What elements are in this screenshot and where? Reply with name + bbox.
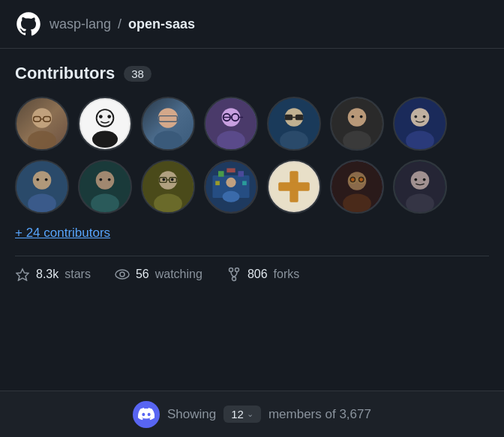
svg-rect-59 [238, 171, 244, 177]
contributor-avatar[interactable] [330, 97, 384, 151]
svg-point-73 [359, 178, 363, 181]
contributors-heading: Contributors 38 [15, 64, 489, 83]
contributor-avatar[interactable] [393, 97, 447, 151]
eye-icon [115, 267, 130, 282]
fork-icon [226, 267, 242, 282]
watching-label: watching [155, 268, 202, 281]
svg-point-38 [33, 171, 52, 190]
contributor-avatar[interactable] [15, 97, 69, 151]
repo-breadcrumb: wasp-lang / open-saas [50, 16, 195, 32]
bottom-bar: Showing 12 ⌄ members of 3,677 [0, 391, 504, 437]
watching-stat[interactable]: 56 watching [115, 267, 202, 282]
contributor-avatar[interactable] [393, 160, 447, 214]
contributor-avatar[interactable] [78, 160, 132, 214]
contributors-title: Contributors [15, 64, 115, 83]
svg-point-78 [414, 178, 417, 181]
svg-point-76 [411, 171, 430, 190]
contributor-avatar[interactable] [141, 97, 195, 151]
contributor-avatar[interactable] [141, 160, 195, 214]
breadcrumb-slash: / [118, 16, 122, 31]
svg-marker-80 [16, 269, 28, 280]
avatar-row-1 [15, 97, 489, 151]
discord-icon[interactable] [133, 401, 160, 428]
svg-point-62 [226, 178, 236, 187]
stats-row: 8.3k stars 56 watching [15, 256, 489, 292]
contributor-avatar[interactable] [15, 160, 69, 214]
svg-point-36 [423, 115, 426, 118]
svg-point-1 [28, 130, 56, 149]
svg-point-10 [107, 115, 111, 118]
svg-point-33 [411, 108, 430, 127]
more-contributors-link[interactable]: + 24 contributors [15, 226, 489, 241]
svg-point-41 [45, 178, 48, 181]
svg-point-81 [116, 270, 129, 279]
svg-point-83 [229, 268, 232, 272]
svg-point-28 [348, 108, 367, 127]
count-value: 12 [231, 408, 244, 421]
svg-point-46 [108, 178, 111, 181]
svg-point-11 [158, 108, 178, 127]
svg-point-84 [235, 268, 238, 272]
svg-rect-25 [296, 115, 303, 121]
watching-value: 56 [136, 268, 149, 281]
svg-point-82 [120, 272, 124, 277]
showing-label: Showing [167, 407, 216, 422]
header: wasp-lang / open-saas [0, 0, 504, 49]
members-of-label: members of 3,677 [268, 407, 371, 422]
members-count-dropdown[interactable]: 12 ⌄ [224, 406, 261, 423]
main-content: Contributors 38 [0, 49, 504, 292]
svg-rect-61 [242, 181, 247, 185]
contributor-avatar[interactable] [330, 160, 384, 214]
svg-point-50 [162, 178, 165, 181]
contributors-count-badge: 38 [124, 66, 152, 82]
svg-rect-60 [215, 181, 220, 185]
svg-point-12 [154, 130, 182, 149]
stars-label: stars [64, 268, 91, 281]
svg-point-79 [423, 178, 426, 181]
svg-point-51 [171, 178, 174, 181]
forks-stat[interactable]: 806 forks [226, 267, 299, 282]
svg-point-72 [351, 178, 355, 181]
contributor-avatar[interactable] [267, 97, 321, 151]
svg-point-0 [32, 108, 52, 127]
org-name[interactable]: wasp-lang [50, 16, 111, 31]
svg-point-45 [99, 178, 102, 181]
repo-name[interactable]: open-saas [128, 16, 195, 31]
svg-point-35 [414, 115, 417, 118]
svg-point-9 [99, 115, 103, 118]
stars-stat[interactable]: 8.3k stars [15, 267, 91, 282]
chevron-down-icon: ⌄ [247, 409, 254, 419]
svg-rect-58 [226, 168, 235, 172]
svg-point-40 [36, 178, 39, 181]
avatar-grid [15, 97, 489, 214]
forks-label: forks [274, 268, 300, 281]
stars-value: 8.3k [36, 268, 58, 281]
star-icon [15, 267, 30, 282]
contributor-avatar[interactable] [204, 97, 258, 151]
contributor-avatar[interactable] [204, 160, 258, 214]
svg-point-31 [360, 115, 363, 118]
svg-rect-57 [218, 171, 224, 177]
github-logo[interactable] [15, 10, 42, 37]
svg-point-43 [96, 171, 115, 190]
forks-value: 806 [248, 268, 268, 281]
svg-point-7 [92, 130, 118, 148]
contributor-avatar[interactable] [267, 160, 321, 214]
svg-point-30 [351, 115, 354, 118]
svg-rect-24 [285, 115, 292, 121]
svg-point-85 [232, 277, 236, 281]
svg-point-63 [223, 191, 240, 202]
svg-rect-66 [278, 182, 310, 190]
avatar-row-2 [15, 160, 489, 214]
contributor-avatar[interactable] [78, 97, 132, 151]
